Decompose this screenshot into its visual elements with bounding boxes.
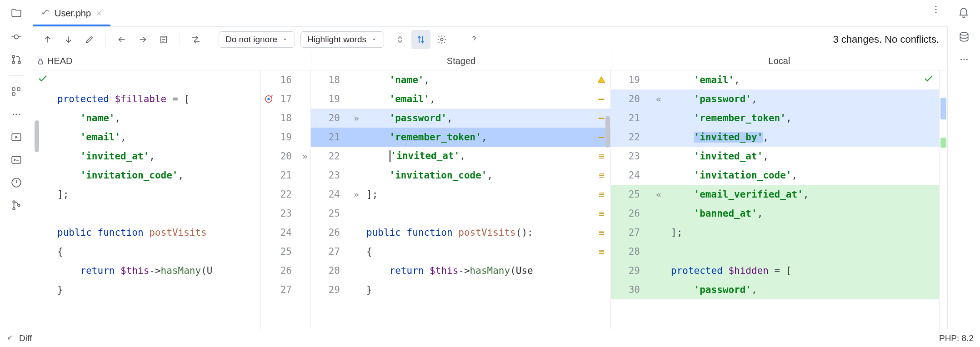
svg-rect-9 — [17, 88, 20, 90]
change-marker-icon: — — [592, 94, 610, 104]
code-line: { — [33, 242, 260, 261]
more-tools-icon[interactable] — [7, 105, 26, 124]
svg-point-23 — [267, 98, 270, 100]
svg-point-26 — [963, 59, 965, 60]
code-line: 20» 'password',— — [311, 109, 610, 128]
code-line: 25≡ — [311, 204, 610, 223]
jump-to-source-icon — [41, 9, 50, 18]
help-icon[interactable] — [465, 30, 484, 49]
code-line: ]; — [33, 185, 260, 204]
code-line: 21 'remember_token',— — [311, 128, 610, 147]
change-marker-icon: ≡ — [592, 189, 610, 200]
edit-icon[interactable] — [80, 30, 99, 49]
svg-point-0 — [935, 6, 937, 7]
editor-tabs: User.php — [33, 0, 110, 26]
validation-ok-icon — [923, 73, 934, 84]
change-marker-icon: ≡ — [592, 170, 610, 181]
code-line: 19 'email',— — [311, 89, 610, 109]
svg-point-4 — [12, 55, 15, 58]
svg-point-6 — [18, 61, 20, 64]
gutter-line: 19 — [261, 128, 310, 147]
highlight-dropdown-label: Highlight words — [307, 35, 366, 45]
svg-rect-14 — [12, 156, 21, 163]
overview-ruler[interactable] — [939, 70, 947, 329]
tab-filename: User.php — [55, 8, 91, 19]
svg-point-17 — [13, 208, 15, 210]
next-change-icon[interactable] — [59, 30, 78, 49]
scrollbar-thumb[interactable] — [35, 120, 39, 152]
commit-icon[interactable] — [7, 27, 26, 46]
swap-panels-icon[interactable] — [186, 30, 205, 49]
gutter-line: 25 — [261, 242, 310, 261]
structure-icon[interactable] — [7, 82, 26, 101]
prev-change-icon[interactable] — [38, 30, 57, 49]
code-line: 20« 'password', — [611, 89, 939, 109]
more-tools-right-icon[interactable] — [955, 50, 974, 69]
work-area: Do not ignore Highlight words 3 changes.… — [33, 26, 947, 329]
notifications-icon[interactable] — [954, 4, 973, 23]
pane-staged[interactable]: 18 'name',19 'email',—20» 'password',—21… — [311, 70, 611, 329]
ignore-dropdown[interactable]: Do not ignore — [219, 31, 295, 48]
gutter-line: 18 — [261, 109, 310, 128]
highlight-dropdown[interactable]: Highlight words — [300, 31, 384, 48]
code-line: 28 — [611, 242, 939, 261]
code-line: 24 'invitation_code', — [611, 166, 939, 185]
problems-icon[interactable] — [7, 173, 26, 192]
database-icon[interactable] — [955, 27, 974, 46]
pane-head[interactable]: protected $fillable = [ 'name', 'email',… — [33, 70, 261, 329]
accept-chevron-icon[interactable]: « — [646, 94, 668, 104]
terminal-icon[interactable] — [7, 150, 26, 169]
scrollbar-thumb[interactable] — [605, 116, 610, 148]
gutter-line: 23 — [261, 204, 310, 223]
sync-scroll-icon[interactable] — [411, 30, 430, 49]
diff-settings-icon[interactable] — [432, 30, 451, 49]
run-icon[interactable] — [7, 128, 26, 147]
gutter-line: 22 — [261, 185, 310, 204]
change-marker-icon: ≡ — [592, 246, 610, 257]
pull-requests-icon[interactable] — [7, 50, 26, 69]
svg-point-16 — [13, 201, 15, 203]
nav-forward-icon[interactable] — [133, 30, 152, 49]
status-left-label[interactable]: Diff — [19, 333, 32, 343]
tab-user-php[interactable]: User.php — [33, 0, 110, 26]
svg-point-25 — [960, 59, 962, 60]
close-tab-icon[interactable] — [95, 10, 102, 17]
code-line: 'name', — [33, 109, 260, 128]
code-line: 22 'invited_at',≡ — [311, 147, 610, 166]
code-line: 23 'invitation_code',≡ — [311, 166, 610, 185]
svg-point-2 — [935, 12, 937, 13]
git-icon[interactable] — [7, 196, 26, 215]
code-line: 24»];≡ — [311, 185, 610, 204]
nav-back-icon[interactable] — [112, 30, 131, 49]
more-menu-icon[interactable] — [926, 0, 945, 19]
ruler-mark-added — [940, 138, 946, 148]
svg-point-24 — [960, 32, 968, 35]
accept-chevron-icon[interactable]: « — [646, 189, 668, 200]
panel-headers: HEAD Staged Local — [33, 52, 947, 70]
gutter-line: 16 — [261, 70, 310, 89]
svg-point-27 — [966, 59, 967, 60]
compare-files-icon[interactable] — [154, 30, 173, 49]
code-line: 'invitation_code', — [33, 166, 260, 185]
svg-point-11 — [16, 114, 17, 115]
panel-header-head: HEAD — [33, 52, 311, 70]
gutter-line: 27 — [261, 280, 310, 299]
code-line: return $this->hasMany(U — [33, 261, 260, 280]
lock-icon — [36, 57, 45, 65]
left-tool-rail — [0, 26, 33, 329]
diff-toolbar: Do not ignore Highlight words 3 changes.… — [33, 27, 947, 52]
panel-header-head-label: HEAD — [47, 56, 73, 66]
project-icon[interactable] — [7, 4, 26, 23]
code-line: 23 'invited_at', — [611, 147, 939, 166]
collapse-unchanged-icon[interactable] — [390, 30, 410, 49]
tab-bar: User.php — [0, 0, 980, 26]
main-area: Do not ignore Highlight words 3 changes.… — [0, 26, 980, 329]
apply-chevron-icon[interactable]: » — [346, 113, 364, 124]
code-line: 29protected $hidden = [ — [611, 261, 939, 280]
status-right-label[interactable]: PHP: 8.2 — [939, 333, 974, 343]
apply-chevron-icon[interactable]: » — [346, 189, 364, 200]
pane-local[interactable]: 19 'email',20« 'password',21 'remember_t… — [611, 70, 939, 329]
code-line: 28 return $this->hasMany(Use — [311, 261, 610, 280]
right-rail-top-slot — [947, 0, 980, 26]
ignore-dropdown-label: Do not ignore — [225, 35, 277, 45]
